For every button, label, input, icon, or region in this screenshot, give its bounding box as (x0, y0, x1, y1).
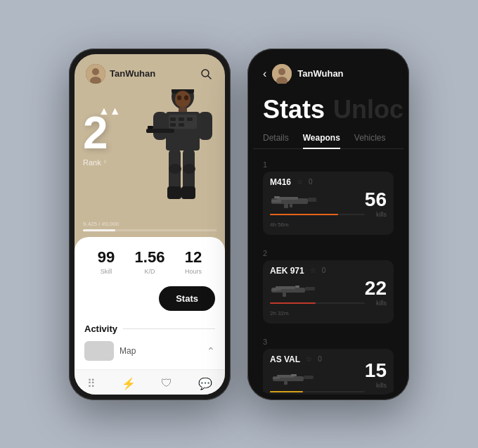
stat-hours: 12 Hours (172, 248, 215, 275)
svg-rect-14 (179, 123, 184, 127)
stats-row: 99 Skill 1.56 K/D 12 Hours (84, 248, 215, 275)
activity-label: Activity (84, 324, 117, 334)
map-thumbnail (84, 341, 114, 361)
weapon-time-bar-3 (270, 391, 365, 392)
stats-button[interactable]: Stats (159, 286, 215, 311)
skill-label: Skill (84, 268, 128, 275)
svg-point-29 (278, 68, 285, 75)
title-section: Stats Unloc (253, 89, 403, 124)
map-arrow-icon: ⌃ (207, 345, 215, 357)
svg-rect-12 (187, 117, 193, 121)
weapon-card-3: AS VAL ☆ 0 (263, 349, 394, 395)
svg-point-1 (92, 68, 99, 75)
svg-rect-37 (274, 196, 280, 198)
skill-value: 99 (84, 248, 128, 267)
m416-icon (270, 191, 319, 211)
xp-bar-fill (83, 229, 115, 231)
nav-chat-icon[interactable]: 💬 (198, 377, 212, 390)
weapon-name-1: M416 (270, 177, 291, 187)
weapon-rating-1: 0 (309, 178, 313, 186)
phones-container: TanWuhan (69, 49, 409, 400)
rank-chevron-icon: ▲▲ (98, 105, 121, 117)
svg-line-4 (208, 76, 211, 79)
rank-section: 2 ▲▲ Rank › (83, 110, 108, 167)
weapon-rating-2: 0 (322, 267, 326, 274)
svg-rect-32 (277, 197, 298, 200)
svg-point-25 (175, 91, 190, 108)
tabs-row: Details Weapons Vehicles (253, 124, 403, 149)
nav-bolt-icon[interactable]: ⚡ (122, 377, 136, 390)
search-icon[interactable] (198, 66, 214, 82)
kills-label-3: kills (365, 382, 387, 389)
rank-label: Rank (83, 158, 101, 167)
right-header: ‹ TanWuhan (253, 54, 403, 89)
svg-rect-33 (308, 198, 316, 202)
weapon-kills-3: 15 kills (365, 359, 387, 389)
svg-rect-15 (153, 112, 167, 140)
svg-rect-10 (170, 117, 176, 121)
bottom-nav: ⠿ ⚡ 🛡 💬 (75, 369, 225, 395)
time-bar-bg-3 (270, 391, 365, 392)
activity-divider (123, 328, 215, 329)
stats-title: Stats (263, 95, 325, 124)
activity-section: Activity Map ⌃ (84, 321, 215, 361)
svg-rect-13 (170, 123, 176, 127)
kills-number-1: 56 (365, 188, 387, 211)
time-bar-bg-2 (270, 302, 365, 304)
activity-map-row: Map ⌃ (84, 341, 215, 361)
star-icon-3: ☆ (306, 355, 312, 363)
weapon-info-2: AEK 971 ☆ 0 (270, 266, 365, 318)
nav-shield-icon[interactable]: 🛡 (161, 377, 172, 390)
svg-rect-36 (271, 200, 281, 203)
nav-grid-icon[interactable]: ⠿ (87, 377, 96, 390)
svg-point-26 (177, 95, 181, 100)
right-phone: ‹ TanWuhan Stats Unloc (247, 49, 409, 400)
activity-header: Activity (84, 324, 215, 334)
weapons-list: 1 M416 ☆ 0 (253, 149, 403, 395)
left-phone: TanWuhan (69, 49, 231, 400)
weapon-image-2 (270, 280, 319, 300)
right-avatar (272, 64, 292, 84)
weapon-rating-3: 0 (318, 355, 322, 363)
title-row: Stats Unloc (263, 95, 394, 124)
weapon-info-1: M416 ☆ 0 (270, 177, 365, 229)
weapon-kills-1: 56 kills (365, 188, 387, 218)
svg-point-24 (183, 164, 195, 174)
time-bar-fill-3 (270, 391, 303, 392)
svg-rect-17 (146, 129, 174, 133)
star-icon-1: ☆ (297, 178, 303, 186)
back-arrow-icon[interactable]: ‹ (263, 68, 266, 80)
weapon-rank-1: 1 (263, 160, 394, 169)
weapon-rank-2: 2 (263, 249, 394, 257)
svg-point-23 (169, 164, 181, 174)
weapon-info-3: AS VAL ☆ 0 (270, 354, 365, 394)
hours-value: 12 (172, 248, 215, 267)
left-header: TanWuhan (75, 54, 225, 89)
weapon-name-row-3: AS VAL ☆ 0 (270, 354, 365, 364)
svg-point-27 (184, 95, 188, 100)
weapon-kills-2: 22 kills (365, 277, 387, 307)
weapon-entry-1: 1 M416 ☆ 0 (253, 155, 403, 241)
username-label: TanWuhan (110, 68, 198, 79)
svg-rect-50 (291, 374, 297, 376)
kills-label-2: kills (365, 300, 387, 307)
kills-number-3: 15 (365, 359, 387, 382)
svg-rect-41 (283, 293, 286, 297)
tab-weapons[interactable]: Weapons (303, 133, 340, 148)
tab-details[interactable]: Details (263, 133, 289, 148)
left-screen: TanWuhan (75, 54, 225, 395)
time-bar-fill-1 (270, 214, 338, 215)
svg-rect-11 (179, 117, 184, 121)
weapon-name-2: AEK 971 (270, 266, 304, 276)
weapon-card-1: M416 ☆ 0 (263, 172, 394, 235)
kills-number-2: 22 (365, 277, 387, 300)
svg-rect-43 (295, 286, 299, 288)
tab-vehicles[interactable]: Vehicles (354, 133, 386, 148)
svg-rect-18 (148, 126, 153, 129)
weapon-name-3: AS VAL (270, 354, 300, 364)
svg-rect-34 (284, 204, 288, 208)
kd-label: K/D (128, 268, 172, 275)
xp-bar-section: 9,425 / #0,000 (75, 221, 225, 231)
star-icon-2: ☆ (310, 267, 316, 274)
kills-label-1: kills (365, 211, 387, 218)
